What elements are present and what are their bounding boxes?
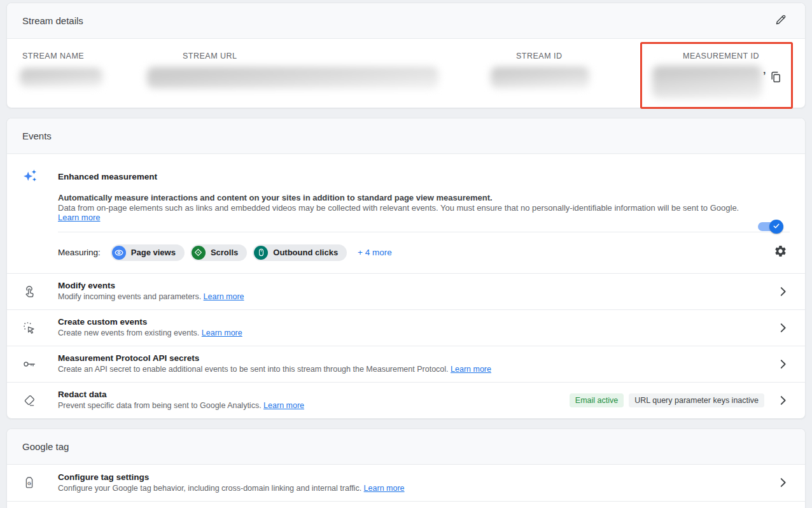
- measuring-row: Measuring: Page views Scrolls: [58, 232, 790, 273]
- svg-text:G: G: [27, 481, 31, 486]
- enhanced-measurement-title: Enhanced measurement: [58, 172, 157, 181]
- column-header-stream-name: STREAM NAME: [22, 52, 183, 60]
- chip-label: Scrolls: [211, 248, 238, 257]
- pencil-icon: [774, 13, 787, 28]
- row-title: Measurement Protocol API secrets: [58, 353, 773, 363]
- learn-more-link[interactable]: Learn more: [202, 328, 242, 337]
- events-title: Events: [22, 131, 52, 141]
- google-tag-header: Google tag: [7, 429, 805, 465]
- learn-more-link[interactable]: Learn more: [204, 292, 244, 301]
- scroll-icon: [192, 246, 206, 260]
- column-header-stream-id: STREAM ID: [516, 52, 652, 60]
- toggle-knob: [769, 220, 783, 234]
- enhanced-measurement-section: Enhanced measurement Automatically measu…: [7, 154, 805, 273]
- eraser-icon: [22, 393, 58, 407]
- row-description: Create an API secret to enable additiona…: [58, 365, 773, 374]
- chip-scrolls: Scrolls: [190, 244, 247, 261]
- chevron-right-icon: [776, 476, 790, 490]
- stream-details-header: Stream details: [7, 3, 805, 39]
- chip-page-views: Page views: [111, 244, 185, 261]
- chevron-right-icon: [776, 285, 790, 299]
- stream-details-title: Stream details: [22, 15, 83, 26]
- row-title: Create custom events: [58, 317, 773, 327]
- redact-data-badges: Email active URL query parameter keys in…: [570, 393, 764, 407]
- gear-icon: [774, 244, 787, 260]
- enhanced-measurement-description-bold: Automatically measure interactions and c…: [58, 193, 749, 203]
- row-title: Modify events: [58, 281, 773, 290]
- learn-more-link[interactable]: Learn more: [364, 484, 405, 493]
- enhanced-measurement-toggle[interactable]: [757, 220, 782, 233]
- status-badge-url-query-inactive: URL query parameter keys inactive: [629, 393, 764, 407]
- row-description: Create new events from existing events. …: [58, 328, 773, 338]
- row-description-text: Create new events from existing events.: [58, 328, 199, 337]
- divider: [7, 501, 805, 508]
- learn-more-link[interactable]: Learn more: [451, 365, 491, 374]
- touch-icon: [22, 285, 58, 299]
- more-measuring-link[interactable]: + 4 more: [358, 248, 392, 257]
- enhanced-measurement-learn-more-link[interactable]: Learn more: [58, 213, 100, 222]
- google-tag-icon: G: [22, 476, 58, 490]
- chip-label: Outbound clicks: [273, 248, 338, 257]
- redacted-stream-id: [491, 67, 589, 88]
- chevron-right-icon: [776, 321, 790, 335]
- row-description: Modify incoming events and parameters. L…: [58, 292, 773, 302]
- enhanced-measurement-description-text: Data from on-page elements such as links…: [58, 203, 739, 213]
- click-cursor-icon: [22, 321, 58, 335]
- chevron-right-icon: [776, 357, 790, 371]
- row-measurement-protocol-api-secrets[interactable]: Measurement Protocol API secrets Create …: [7, 346, 805, 382]
- check-icon: [773, 221, 780, 232]
- enhanced-measurement-settings-button[interactable]: [771, 242, 790, 263]
- row-description-text: Create an API secret to enable additiona…: [58, 365, 449, 374]
- row-description: Prevent specific data from being sent to…: [58, 401, 570, 411]
- events-card: Events Enhanced measurement Automaticall…: [6, 118, 806, 419]
- google-tag-title: Google tag: [22, 441, 69, 452]
- sparkle-icon: [22, 168, 58, 185]
- row-create-custom-events[interactable]: Create custom events Create new events f…: [7, 309, 805, 346]
- row-description-text: Configure your Google tag behavior, incl…: [58, 484, 361, 493]
- redacted-stream-url: [147, 67, 438, 88]
- chevron-right-icon: [776, 393, 790, 407]
- eye-icon: [112, 246, 126, 260]
- learn-more-link[interactable]: Learn more: [263, 401, 304, 410]
- key-icon: [22, 357, 58, 371]
- row-redact-data[interactable]: Redact data Prevent specific data from b…: [7, 382, 805, 418]
- row-description-text: Modify incoming events and parameters.: [58, 292, 201, 301]
- chip-label: Page views: [131, 248, 176, 257]
- chip-outbound-clicks: Outbound clicks: [253, 244, 347, 261]
- mouse-icon: [254, 246, 268, 260]
- status-badge-email-active: Email active: [570, 393, 624, 407]
- row-title: Configure tag settings: [58, 472, 773, 482]
- enhanced-measurement-description: Automatically measure interactions and c…: [58, 193, 749, 223]
- measurement-id-highlight-box: [640, 42, 793, 109]
- measuring-label: Measuring:: [58, 248, 101, 257]
- row-description-text: Prevent specific data from being sent to…: [58, 401, 262, 410]
- row-title: Redact data: [58, 390, 570, 399]
- column-header-stream-url: STREAM URL: [183, 52, 516, 60]
- redacted-stream-name: [20, 68, 102, 87]
- row-description: Configure your Google tag behavior, incl…: [58, 484, 773, 493]
- edit-stream-button[interactable]: [772, 11, 790, 31]
- row-configure-tag-settings[interactable]: G Configure tag settings Configure your …: [7, 465, 805, 501]
- google-tag-card: Google tag G Configure tag settings Conf…: [6, 428, 806, 508]
- row-modify-events[interactable]: Modify events Modify incoming events and…: [7, 273, 805, 309]
- events-header: Events: [7, 118, 805, 154]
